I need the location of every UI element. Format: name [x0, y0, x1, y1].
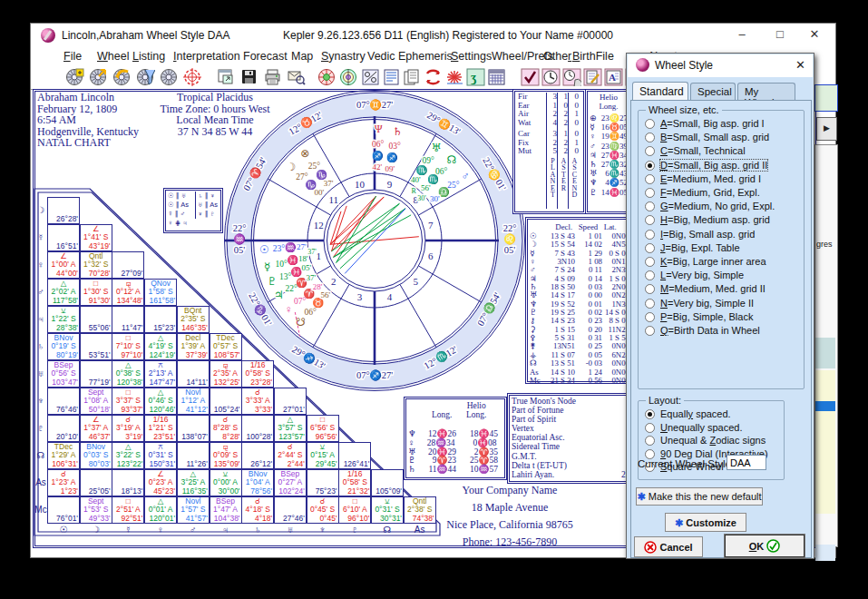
- radio-layout[interactable]: [645, 436, 655, 446]
- layout-label[interactable]: Equally spaced.: [660, 408, 731, 419]
- menu-settings[interactable]: Settings: [451, 50, 492, 63]
- radio-P[interactable]: [645, 312, 655, 322]
- grid-cell: 20°10': [47, 415, 80, 442]
- doc-lines-icon[interactable]: [382, 68, 401, 86]
- grid-cell: △2°02' A117°58': [47, 279, 80, 306]
- radio-N[interactable]: [645, 299, 655, 309]
- menu-listing[interactable]: Listing: [132, 50, 165, 63]
- wheel-undo-icon[interactable]: [112, 68, 132, 86]
- clock-icon[interactable]: [541, 68, 561, 86]
- menu-interpretation[interactable]: Interpretation: [173, 50, 240, 63]
- wheel-filter-icon[interactable]: [136, 68, 155, 86]
- option-label[interactable]: E=Medium, Med. grid I: [660, 173, 761, 184]
- wheel-multi-icon[interactable]: [339, 68, 358, 86]
- tab-standard[interactable]: Standard: [632, 82, 688, 101]
- print-icon[interactable]: [263, 68, 282, 86]
- radio-E[interactable]: [645, 174, 655, 184]
- grid-cell: BQnt2°35' S146°35': [177, 306, 210, 333]
- rotate-icon[interactable]: [424, 68, 443, 86]
- radio-layout[interactable]: [645, 423, 655, 433]
- radio-A[interactable]: [645, 119, 655, 129]
- radio-K[interactable]: [645, 257, 655, 267]
- maximize-button[interactable]: □: [770, 26, 790, 43]
- grid-row-glyph: ☽: [34, 205, 47, 215]
- ok-button[interactable]: OK: [725, 535, 805, 557]
- wheel-new-icon[interactable]: [65, 68, 84, 86]
- grid-cell: 11°26': [177, 442, 210, 469]
- option-label[interactable]: F=Medium, Grid, Expl.: [660, 187, 760, 198]
- option-label[interactable]: P=Big, Simple, Black: [660, 311, 753, 322]
- dialog-close-icon[interactable]: ✕: [795, 58, 805, 72]
- option-label[interactable]: M=Medium, Med. grid II: [660, 283, 766, 294]
- wheel-target-icon[interactable]: [183, 68, 202, 86]
- menu-wheel[interactable]: Wheel: [97, 50, 129, 63]
- export-icon[interactable]: [216, 68, 235, 86]
- copy-icon[interactable]: [403, 68, 422, 86]
- edit-doc-icon[interactable]: [583, 68, 602, 86]
- radio-I[interactable]: [645, 230, 655, 240]
- make-default-button[interactable]: ✱ Make this the new default: [636, 487, 763, 506]
- grid-cell: ∠1°00' A44°00': [47, 251, 80, 279]
- minimize-button[interactable]: –: [732, 26, 752, 43]
- option-label[interactable]: D=Small, Big asp. grid II: [660, 160, 767, 171]
- menu-forecast[interactable]: Forecast: [243, 50, 288, 63]
- grid-col-glyph: As: [404, 525, 436, 535]
- radio-layout[interactable]: [645, 449, 655, 459]
- option-label[interactable]: I=Big, Small asp. grid: [660, 229, 755, 240]
- close-button[interactable]: ✕: [805, 26, 824, 43]
- asterisk-icon[interactable]: [445, 68, 464, 86]
- menu-birthfile[interactable]: BirthFile: [572, 50, 614, 63]
- customize-button[interactable]: ✱ Customize: [665, 513, 746, 532]
- menu-other[interactable]: Other: [543, 50, 571, 63]
- om-icon[interactable]: ʒ: [466, 68, 485, 86]
- cancel-button[interactable]: Cancel: [634, 536, 703, 557]
- tab-my-wheel[interactable]: My Wheel: [737, 83, 795, 100]
- menu-map[interactable]: Map: [291, 50, 313, 63]
- background-arrow-button[interactable]: ▶: [816, 117, 837, 141]
- radio-D[interactable]: [645, 161, 655, 171]
- option-label[interactable]: J=Big, Expl. Table: [660, 242, 740, 253]
- option-label[interactable]: B=Small, Small asp. grid: [660, 132, 769, 142]
- option-label[interactable]: L=Very big, Simple: [660, 270, 744, 280]
- mail-icon[interactable]: [287, 68, 306, 86]
- option-label[interactable]: A=Small, Big asp. grid I: [660, 118, 765, 129]
- menu-synastry[interactable]: Synastry: [321, 50, 366, 63]
- wheel-red-icon[interactable]: [317, 68, 336, 86]
- tab-special[interactable]: Special: [690, 83, 736, 100]
- check-icon[interactable]: [521, 68, 540, 86]
- layout-label[interactable]: Unequally spaced.: [660, 422, 743, 433]
- radio-layout[interactable]: [645, 409, 655, 419]
- grid-cell: ⚼0°12' A134°48': [112, 279, 144, 306]
- grid-row-glyph: ♆: [34, 396, 47, 406]
- menu-ephemeris[interactable]: Ephemeris: [398, 50, 453, 63]
- grid-row-glyph: ♇: [34, 423, 47, 433]
- calendar-icon[interactable]: [487, 68, 506, 86]
- wheel-plain-icon[interactable]: [160, 68, 179, 86]
- option-label[interactable]: N=Very big, Simple II: [660, 298, 754, 309]
- layout-label[interactable]: Unequal & Zodiac signs: [660, 435, 766, 446]
- save-icon[interactable]: [239, 68, 258, 86]
- grid-cell: △0°46' S120°46': [144, 388, 177, 415]
- text-doc-icon[interactable]: A: [604, 68, 623, 86]
- radio-J[interactable]: [645, 243, 655, 253]
- radio-F[interactable]: [645, 188, 655, 198]
- grid-col-glyph: ♄: [241, 525, 274, 535]
- option-label[interactable]: H=Big, Medium asp. grid: [660, 214, 770, 225]
- grid-cell: BNov0°19' S80°19': [47, 333, 80, 360]
- grid-cell: Qntl1°32' S70°28': [80, 251, 112, 279]
- option-label[interactable]: K=Big, Large inner area: [660, 256, 766, 267]
- menu-file[interactable]: File: [63, 50, 82, 63]
- clock-pie-icon[interactable]: [562, 68, 581, 86]
- wheel-arrow-icon[interactable]: [89, 68, 108, 86]
- option-label[interactable]: Q=Birth Data in Wheel: [660, 325, 760, 336]
- dialog-icon: [636, 58, 649, 72]
- option-label[interactable]: C=Small, Technical: [660, 145, 746, 156]
- grid-cell: 105°24': [210, 388, 242, 415]
- percent-icon[interactable]: [361, 68, 380, 86]
- current-style-input[interactable]: DAA: [727, 455, 766, 470]
- title-bar: Lincoln,Abraham Wheel Style DAA Kepler 9…: [31, 24, 835, 47]
- radio-Q[interactable]: [645, 326, 655, 336]
- option-label[interactable]: G=Medium, No grid, Expl.: [660, 201, 775, 211]
- grid-cell: ☌1°23' A1°23': [47, 469, 80, 496]
- menu-vedic[interactable]: Vedic: [367, 50, 395, 63]
